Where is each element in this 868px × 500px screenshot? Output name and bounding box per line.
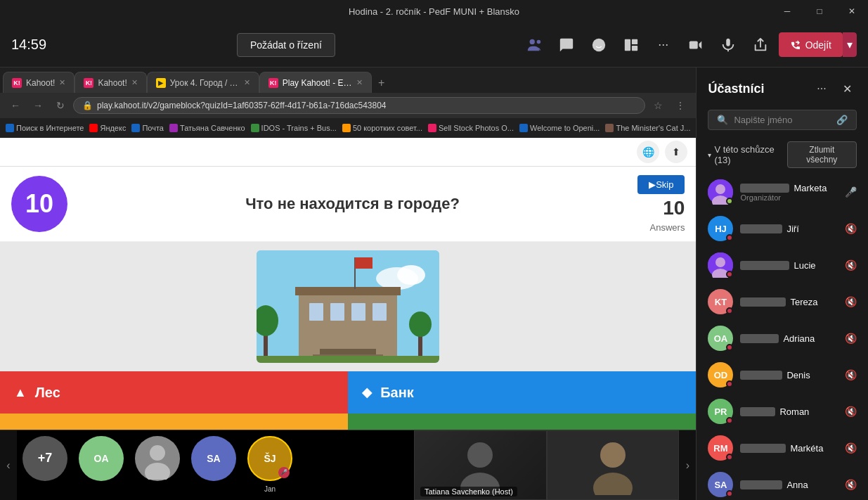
svg-rect-7	[632, 45, 637, 50]
name-blurred	[740, 334, 779, 343]
bookmark-50[interactable]: 50 коротких совет...	[342, 124, 422, 132]
participant-avatar-photo[interactable]	[135, 436, 180, 481]
mute-all-button[interactable]: Ztlumit všechny	[787, 141, 857, 168]
chat-icon-btn[interactable]	[552, 31, 581, 59]
participants-list: Marketa Organizátor 🎤 HJ Jiří	[697, 174, 868, 500]
tab-close-1[interactable]: ✕	[59, 78, 65, 87]
chevron-down-icon[interactable]: ▾	[708, 151, 711, 159]
mic-icon-btn[interactable]	[714, 31, 742, 59]
kahoot-skip-btn[interactable]: ▶Skip	[637, 175, 685, 194]
tab-favicon-1: K!	[12, 78, 22, 88]
kahoot-nav-2[interactable]: ⬆	[665, 141, 687, 163]
participant-avatar-oa[interactable]: OA	[79, 436, 124, 481]
browser-tab-1[interactable]: K! Kahoot! ✕	[3, 72, 75, 93]
video-strip-right: Tatiana Savchenko (Host)	[414, 430, 679, 500]
avatar-initials: OD	[714, 370, 728, 380]
participant-info: Anna	[740, 480, 838, 490]
more-options-btn[interactable]: ···	[649, 31, 678, 59]
tab-close-2[interactable]: ✕	[131, 78, 138, 87]
bookmark-button[interactable]: ☆	[648, 96, 668, 115]
name-first: Lucie	[793, 260, 815, 271]
toolbar-icons: ··· Odejít ▾	[520, 31, 857, 59]
address-bar[interactable]: 🔒 play.kahoot.it/v2/gameblock?quizId=1af…	[73, 97, 645, 114]
panel-close-btn[interactable]: ✕	[837, 79, 857, 98]
mic-muted-icon: 🔇	[845, 333, 857, 344]
list-item[interactable]: PR Roman 🔇	[697, 393, 868, 430]
list-item[interactable]: KT Tereza 🔇	[697, 283, 868, 320]
list-item[interactable]: SA Anna 🔇	[697, 466, 868, 500]
bookmark-yandex[interactable]: Яндекс	[89, 124, 126, 132]
name-first: Marketa	[793, 183, 827, 193]
browser-tab-4[interactable]: K! Play Kahoot! - Enter game PIN h... ✕	[259, 72, 372, 93]
forward-button[interactable]: →	[28, 96, 48, 115]
leave-group: Odejít ▾	[779, 32, 857, 57]
camera-icon-btn[interactable]	[682, 31, 710, 59]
participant-name: Marketa	[740, 183, 838, 193]
participant-avatar-sa[interactable]: SA	[191, 436, 236, 481]
browser-tab-3[interactable]: ▶ Урок 4. Город / Russian vocabi... ✕	[147, 72, 259, 93]
kahoot-timer: 10	[11, 176, 67, 232]
share-icon-btn[interactable]	[746, 31, 775, 59]
more-participants-btn[interactable]: +7	[22, 436, 67, 481]
reactions-icon-btn[interactable]	[585, 31, 613, 59]
panel-more-btn[interactable]: ···	[812, 79, 831, 98]
list-item[interactable]: OD Denis 🔇	[697, 357, 868, 393]
kahoot-option-4[interactable]: ■ Памятники	[348, 414, 696, 430]
mic-muted-icon: 🔇	[845, 296, 857, 307]
participant-info: Lucie	[740, 260, 838, 271]
mic-on-icon: 🎤	[845, 186, 857, 198]
restore-button[interactable]: □	[803, 0, 836, 23]
mic-muted-icon: 🔇	[845, 479, 857, 490]
list-item[interactable]: HJ Jiří 🔇	[697, 210, 868, 247]
video-nav-right[interactable]: ›	[679, 430, 696, 500]
option-label-1: Лес	[35, 385, 60, 401]
refresh-button[interactable]: ↻	[51, 96, 70, 115]
list-item[interactable]: Marketa Organizátor 🎤	[697, 174, 868, 210]
search-icon: 🔍	[717, 115, 728, 125]
kahoot-option-2[interactable]: ◆ Банк	[348, 371, 696, 414]
participants-panel: Účastníci ··· ✕ 🔍 Napište jméno 🔗 ▾ V té…	[696, 68, 868, 500]
panel-search[interactable]: 🔍 Napište jméno 🔗	[708, 110, 857, 130]
bookmark-minister[interactable]: The Minister's Cat J...	[605, 124, 690, 132]
svg-point-31	[467, 442, 493, 468]
list-item[interactable]: OA Adriana 🔇	[697, 320, 868, 357]
bookmark-mail[interactable]: Почта	[131, 124, 164, 132]
kahoot-option-3[interactable]: ● Почта	[0, 414, 348, 430]
bookmark-search[interactable]: Поиск в Интернете	[6, 124, 84, 132]
new-tab-button[interactable]: +	[372, 73, 391, 93]
bookmark-idos[interactable]: IDOS - Trains + Bus...	[251, 124, 337, 132]
close-button[interactable]: ✕	[836, 0, 868, 23]
bookmark-sell[interactable]: Sell Stock Photos O...	[428, 124, 514, 132]
participant-info: Denis	[740, 370, 838, 380]
video-nav-left[interactable]: ‹	[0, 430, 17, 500]
kahoot-image	[257, 250, 439, 363]
leave-chevron[interactable]: ▾	[843, 32, 857, 57]
svg-point-26	[409, 312, 432, 337]
avatar	[708, 179, 733, 205]
back-button[interactable]: ←	[6, 96, 25, 115]
browser-menu-button[interactable]: ⋮	[671, 96, 690, 115]
kahoot-option-1[interactable]: ▲ Лес	[0, 371, 348, 414]
video-feed-1: Tatiana Savchenko (Host)	[414, 430, 547, 500]
request-control-button[interactable]: Požádat o řízení	[237, 33, 335, 57]
leave-button[interactable]: Odejít	[779, 32, 843, 57]
kahoot-nav-1[interactable]: 🌐	[637, 141, 659, 163]
name-blurred	[740, 297, 786, 307]
tab-close-4[interactable]: ✕	[356, 78, 363, 87]
svg-point-34	[593, 473, 633, 495]
list-item[interactable]: RM Markéta 🔇	[697, 430, 868, 466]
name-blurred	[740, 224, 782, 233]
kahoot-answers-label: Answers	[650, 222, 685, 233]
minimize-button[interactable]: ─	[771, 0, 803, 23]
participant-avatar-sj[interactable]: ŠJ 🎤	[247, 436, 292, 481]
bookmark-savchenko[interactable]: Татьяна Савченко	[169, 124, 245, 132]
svg-point-29	[150, 445, 165, 461]
bookmark-welcome[interactable]: Welcome to Openi...	[519, 124, 600, 132]
link-icon[interactable]: 🔗	[836, 115, 848, 125]
breakout-icon-btn[interactable]	[617, 31, 645, 59]
participants-icon-btn[interactable]	[520, 31, 548, 59]
svg-rect-6	[632, 39, 637, 44]
browser-tab-2[interactable]: K! Kahoot! ✕	[75, 72, 146, 93]
list-item[interactable]: Lucie 🔇	[697, 247, 868, 283]
tab-close-3[interactable]: ✕	[244, 78, 250, 87]
